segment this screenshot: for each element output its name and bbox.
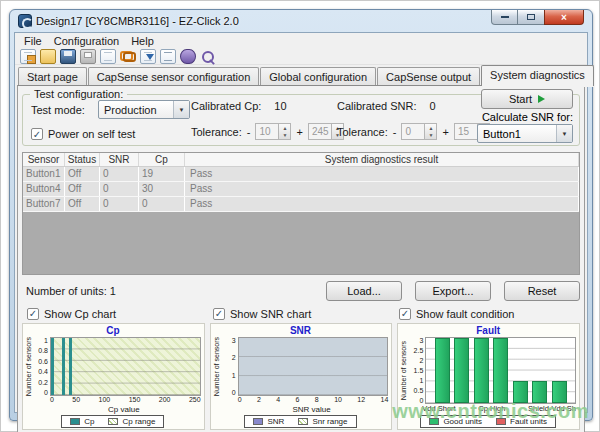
client-area: File Configuration Help Start page CapSe… xyxy=(14,32,588,413)
save-icon[interactable] xyxy=(60,49,76,64)
tolerance-snr-high-value: 15 xyxy=(454,123,478,140)
fault-bar xyxy=(532,381,547,403)
menu-bar: File Configuration Help xyxy=(15,33,587,49)
snr-legend-label: SNR xyxy=(267,417,284,426)
tab-strip: Start page CapSense sensor configuration… xyxy=(15,65,587,86)
fault-units-swatch xyxy=(496,418,506,425)
fault-bar xyxy=(493,338,508,403)
tab-system-diagnostics[interactable]: System diagnostics xyxy=(481,65,594,86)
test-mode-dropdown[interactable]: Production ▼ xyxy=(98,100,190,119)
table-row[interactable]: Button4 Off 0 30 Pass xyxy=(23,182,579,197)
new-project-icon[interactable] xyxy=(20,49,36,64)
stepper-arrows-icon[interactable]: ▲▼ xyxy=(425,123,437,140)
cp-bar xyxy=(69,338,72,395)
open-project-icon[interactable] xyxy=(40,49,56,64)
test-mode-value: Production xyxy=(104,104,157,116)
save-as-icon[interactable] xyxy=(100,49,116,64)
tick-label: 0 xyxy=(50,396,54,405)
stepper-arrows-icon[interactable]: ▲▼ xyxy=(279,123,291,140)
maximize-button[interactable] xyxy=(518,10,544,25)
cp-y-ticks: 10.80.60.40.20 xyxy=(34,337,50,396)
fault-bar xyxy=(474,338,489,403)
power-on-self-test-checkbox[interactable]: ✓ xyxy=(31,128,43,140)
chevron-down-icon: ▼ xyxy=(173,101,189,118)
calibrated-snr-label: Calibrated SNR: xyxy=(337,100,416,112)
column-header-result[interactable]: System diagnostics result xyxy=(185,153,579,166)
calculate-snr-dropdown[interactable]: Button1 ▼ xyxy=(477,124,573,143)
tolerance-cp-label: Tolerance: xyxy=(191,126,242,138)
calibrated-snr-value: 0 xyxy=(429,100,435,112)
cp-bar xyxy=(62,338,65,395)
tick-label: 3 xyxy=(232,337,236,344)
reset-button[interactable]: Reset xyxy=(504,281,580,301)
show-snr-chart-checkbox[interactable]: ✓ xyxy=(213,308,225,320)
column-header-snr[interactable]: SNR xyxy=(100,153,139,166)
tick-label: 150 xyxy=(129,396,141,405)
load-button[interactable]: Load... xyxy=(326,281,402,301)
maximize-icon xyxy=(527,14,535,20)
column-header-sensor[interactable]: Sensor xyxy=(23,153,65,166)
menu-configuration[interactable]: Configuration xyxy=(49,33,124,49)
cell-sensor: Button7 xyxy=(23,197,65,211)
tick-label: 0 xyxy=(238,396,242,405)
system-diagnostics-page: Test configuration: Test mode: Productio… xyxy=(17,85,585,432)
tolerance-cp-low-stepper[interactable]: 10 ▲▼ xyxy=(255,123,291,140)
table-row[interactable]: Button1 Off 0 19 Pass xyxy=(23,167,579,182)
tick-label: 0 xyxy=(232,389,236,396)
fault-chart-panel: Fault Number of sensors 32.521.510.50 Vd… xyxy=(397,323,580,430)
cp-plot xyxy=(50,337,201,396)
tick-label: 10 xyxy=(334,396,342,405)
title-bar[interactable]: Design17 [CY8CMBR3116] - EZ-Click 2.0 × xyxy=(14,10,588,32)
tab-global-configuration[interactable]: Global configuration xyxy=(260,67,376,86)
power-on-self-test-label: Power on self test xyxy=(48,128,135,140)
table-row[interactable]: Button7 Off 0 0 Pass xyxy=(23,197,579,212)
screenshot-stage: Design17 [CY8CMBR3116] - EZ-Click 2.0 × … xyxy=(0,0,600,432)
tick-label: 0.4 xyxy=(38,368,48,375)
tick-label: 1.5 xyxy=(414,367,424,374)
cell-sensor: Button4 xyxy=(23,182,65,196)
tick-label: 1 xyxy=(419,377,423,384)
cp-legend-label: Cp xyxy=(84,417,94,426)
tab-start-page[interactable]: Start page xyxy=(18,67,87,86)
tab-capsense-sensor-configuration[interactable]: CapSense sensor configuration xyxy=(88,67,259,86)
menu-help[interactable]: Help xyxy=(126,33,159,49)
tick-label: 250 xyxy=(189,396,201,405)
tab-capsense-output[interactable]: CapSense output xyxy=(377,67,480,86)
export-button[interactable]: Export... xyxy=(415,281,491,301)
tick-label: 2 xyxy=(419,357,423,364)
snr-range-legend-label: Snr range xyxy=(312,417,347,426)
minimize-icon xyxy=(501,16,509,18)
cp-chart-title: Cp xyxy=(25,325,201,337)
calculate-snr-label: Calculate SNR for: xyxy=(482,111,573,123)
window-title: Design17 [CY8CMBR3116] - EZ-Click 2.0 xyxy=(36,15,239,27)
tick-label: 100 xyxy=(99,396,111,405)
report-icon[interactable] xyxy=(160,49,176,64)
print-icon[interactable] xyxy=(80,49,96,64)
menu-file[interactable]: File xyxy=(19,33,47,49)
tick-label: 4 xyxy=(276,396,280,405)
fault-bar xyxy=(552,381,567,403)
fault-bar xyxy=(513,381,528,403)
fault-y-axis-label: Number of sensors xyxy=(400,337,409,404)
fault-legend: Good units Fault units xyxy=(420,415,556,428)
tick-label: 0.8 xyxy=(38,347,48,354)
tolerance-cp-minus: - xyxy=(247,126,251,138)
disconnect-icon[interactable] xyxy=(180,49,196,64)
calibrated-cp-value: 10 xyxy=(274,100,286,112)
program-device-icon[interactable] xyxy=(140,49,156,64)
tolerance-snr-low-stepper[interactable]: 0 ▲▼ xyxy=(401,123,437,140)
connect-icon[interactable] xyxy=(120,49,136,64)
column-header-status[interactable]: Status xyxy=(65,153,100,166)
column-header-cp[interactable]: Cp xyxy=(139,153,185,166)
snr-y-axis-label: Number of sensors xyxy=(213,337,222,396)
minimize-button[interactable] xyxy=(491,10,518,25)
show-cp-chart-checkbox[interactable]: ✓ xyxy=(27,308,39,320)
calculate-snr-value: Button1 xyxy=(483,128,521,140)
show-fault-condition-checkbox[interactable]: ✓ xyxy=(399,308,411,320)
snr-plot xyxy=(238,337,389,396)
start-button[interactable]: Start xyxy=(481,89,573,109)
find-device-icon[interactable] xyxy=(200,49,216,64)
fault-plot xyxy=(425,337,576,404)
close-button[interactable]: × xyxy=(544,10,584,25)
cell-snr: 0 xyxy=(100,182,139,196)
